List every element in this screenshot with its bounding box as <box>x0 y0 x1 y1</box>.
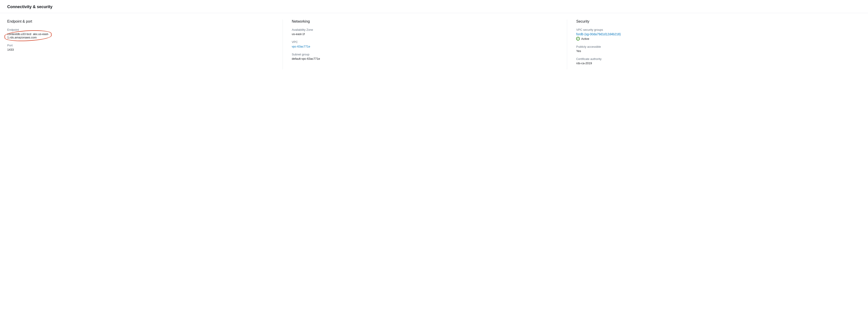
endpoint-circle-annotation: contextdb.u33 bcd akx.us-east- 1.rds.ama… <box>7 32 49 39</box>
publicly-accessible-value: Yes <box>576 49 852 53</box>
section-title: Connectivity & security <box>7 4 861 9</box>
endpoint-line1: contextdb.u33 bcd akx.us-east- <box>7 32 49 36</box>
security-group-link[interactable]: fordb (sg-00da79d1d12d4b218) <box>576 32 852 36</box>
vpc-field-group: VPC vpc-63ac771e <box>292 40 558 48</box>
vpc-label: VPC <box>292 40 558 44</box>
availability-zone-value: us-east-1f <box>292 32 558 36</box>
port-label: Port <box>7 44 274 47</box>
endpoint-line2: 1.rds.amazonaws.com <box>7 36 37 39</box>
availability-zone-field-group: Availability Zone us-east-1f <box>292 28 558 36</box>
publicly-accessible-field-group: Publicly accessible Yes <box>576 45 852 53</box>
networking-column-title: Networking <box>292 20 558 24</box>
endpoint-value: contextdb.u33 bcd akx.us-east- 1.rds.ama… <box>7 32 49 39</box>
certificate-authority-value: rds-ca-2019 <box>576 61 852 65</box>
endpoint-field-group: Endpoint contextdb.u33 bcd akx.us-east- … <box>7 28 274 39</box>
port-field-group: Port 1433 <box>7 44 274 51</box>
page-container: Connectivity & security Endpoint & port … <box>0 0 868 311</box>
port-value: 1433 <box>7 48 274 51</box>
content-grid: Endpoint & port Endpoint contextdb.u33 b… <box>0 13 868 76</box>
vpc-security-groups-field-group: VPC security groups fordb (sg-00da79d1d1… <box>576 28 852 40</box>
security-group-status-text: Active <box>581 37 589 40</box>
certificate-authority-label: Certificate authority <box>576 57 852 61</box>
endpoint-port-column-title: Endpoint & port <box>7 20 274 24</box>
publicly-accessible-label: Publicly accessible <box>576 45 852 48</box>
vpc-value-link[interactable]: vpc-63ac771e <box>292 45 310 48</box>
endpoint-label: Endpoint <box>7 28 274 31</box>
security-group-status-badge: Active <box>576 37 852 40</box>
subnet-group-label: Subnet group <box>292 53 558 56</box>
networking-column: Networking Availability Zone us-east-1f … <box>292 20 567 69</box>
certificate-authority-field-group: Certificate authority rds-ca-2019 <box>576 57 852 65</box>
subnet-group-field-group: Subnet group default-vpc-63ac771e <box>292 53 558 60</box>
availability-zone-label: Availability Zone <box>292 28 558 31</box>
security-column-title: Security <box>576 20 852 24</box>
section-header: Connectivity & security <box>0 0 868 13</box>
endpoint-port-column: Endpoint & port Endpoint contextdb.u33 b… <box>7 20 283 69</box>
subnet-group-value: default-vpc-63ac771e <box>292 57 558 60</box>
vpc-security-groups-label: VPC security groups <box>576 28 852 31</box>
security-column: Security VPC security groups fordb (sg-0… <box>576 20 861 69</box>
active-status-icon <box>576 37 580 40</box>
